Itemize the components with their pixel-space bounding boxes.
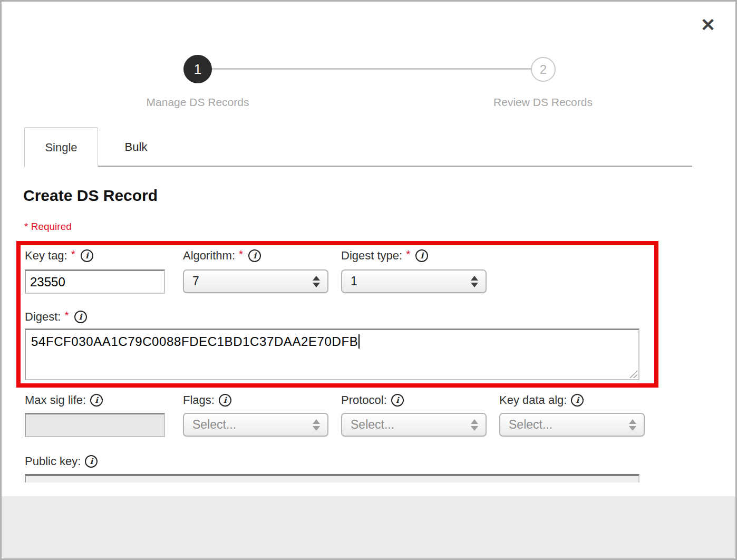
flags-select-value: Select... [192, 418, 236, 432]
flags-label-text: Flags: [183, 393, 215, 407]
digest-type-select-value: 1 [351, 274, 357, 288]
digest-label-text: Digest: [25, 310, 61, 324]
step-1-indicator: 1 [183, 55, 212, 83]
select-stepper-arrows-icon [629, 419, 636, 431]
public-key-label: Public key: i [25, 454, 98, 469]
info-icon[interactable]: i [391, 394, 404, 407]
flags-select[interactable]: Select... [183, 413, 328, 437]
tab-single[interactable]: Single [24, 127, 98, 167]
algorithm-select[interactable]: 7 [183, 269, 328, 293]
select-stepper-arrows-icon [471, 276, 478, 287]
digest-label: Digest: * i [25, 310, 87, 324]
key-data-alg-select-value: Select... [509, 418, 552, 432]
required-asterisk: * [239, 248, 243, 260]
algorithm-label: Algorithm: * i [183, 248, 261, 263]
key-data-alg-select[interactable]: Select... [499, 413, 645, 437]
digest-value: 54FCF030AA1C79C0088FDEC1BD1C37DAA2E70DFB [31, 334, 358, 349]
dialog-footer: Cancel Back Next [2, 496, 735, 560]
required-asterisk: * [71, 248, 75, 260]
protocol-label: Protocol: i [341, 393, 404, 408]
digest-textarea[interactable]: 54FCF030AA1C79C0088FDEC1BD1C37DAA2E70DFB [25, 329, 639, 380]
max-sig-life-label: Max sig life: i [25, 393, 103, 408]
public-key-textarea[interactable] [25, 474, 639, 482]
select-stepper-arrows-icon [471, 419, 478, 431]
max-sig-life-input[interactable] [25, 413, 165, 437]
info-icon[interactable]: i [90, 394, 103, 407]
algorithm-select-value: 7 [192, 274, 199, 288]
info-icon[interactable]: i [248, 249, 261, 262]
text-cursor [358, 334, 360, 349]
required-asterisk: * [406, 248, 410, 260]
protocol-label-text: Protocol: [341, 393, 387, 407]
step-2-label: Review DS Records [459, 96, 627, 109]
info-icon[interactable]: i [571, 394, 584, 407]
key-data-alg-label-text: Key data alg: [499, 393, 567, 407]
info-icon[interactable]: i [81, 249, 93, 262]
protocol-select-value: Select... [351, 418, 394, 432]
digest-type-label: Digest type: * i [341, 248, 428, 263]
key-tag-label-text: Key tag: [25, 249, 67, 263]
key-tag-input[interactable] [25, 269, 165, 294]
required-asterisk: * [64, 309, 69, 322]
info-icon[interactable]: i [415, 249, 428, 262]
create-ds-record-dialog: ✕ 1 2 Manage DS Records Review DS Record… [0, 0, 737, 560]
info-icon[interactable]: i [74, 311, 87, 323]
select-stepper-arrows-icon [313, 276, 320, 287]
info-icon[interactable]: i [85, 455, 98, 468]
step-1-label: Manage DS Records [113, 96, 282, 109]
tab-bottom-border [98, 166, 692, 167]
key-data-alg-label: Key data alg: i [499, 393, 584, 408]
step-2-indicator: 2 [531, 57, 556, 82]
stepper-connector-line [211, 68, 532, 70]
page-title: Create DS Record [23, 187, 158, 205]
algorithm-label-text: Algorithm: [183, 249, 235, 263]
close-icon[interactable]: ✕ [696, 13, 720, 36]
required-note: * Required [24, 221, 72, 233]
resize-grip-icon[interactable] [628, 369, 637, 378]
protocol-select[interactable]: Select... [341, 413, 487, 437]
max-sig-life-label-text: Max sig life: [25, 393, 86, 407]
public-key-label-text: Public key: [25, 455, 81, 468]
digest-type-select[interactable]: 1 [341, 269, 487, 293]
tab-bulk[interactable]: Bulk [110, 127, 162, 167]
digest-type-label-text: Digest type: [341, 249, 402, 263]
flags-label: Flags: i [183, 393, 231, 408]
key-tag-label: Key tag: * i [25, 248, 93, 263]
select-stepper-arrows-icon [313, 419, 320, 431]
info-icon[interactable]: i [219, 394, 231, 407]
